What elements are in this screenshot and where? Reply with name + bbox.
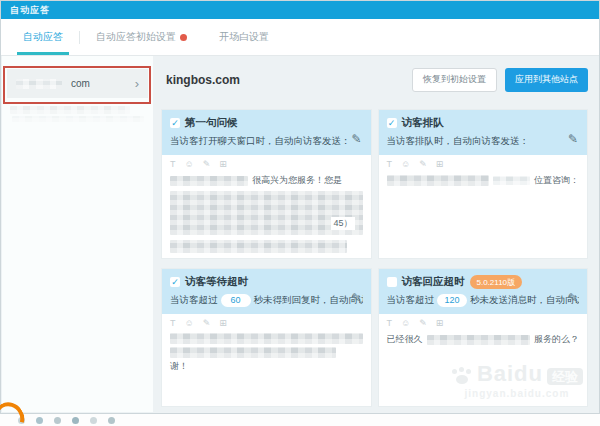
tab-label: 自动应答初始设置 bbox=[96, 30, 176, 44]
emoji-icon[interactable]: ☺ bbox=[401, 318, 410, 328]
site-header-row: kingbos.com 恢复到初始设置 应用到其他站点 bbox=[153, 56, 598, 103]
timeout-seconds-input[interactable]: 120 bbox=[437, 294, 467, 307]
card-visitor-queue: ✓ 访客排队 当访客排队时，自动向访客发送： ✎ T ☺ ✎ ⊞ bbox=[378, 109, 589, 259]
censored-sidebar-line bbox=[10, 106, 130, 114]
taskbar-dot-icon bbox=[108, 417, 115, 424]
rule-checkbox[interactable]: ✓ bbox=[387, 118, 397, 128]
card-first-greeting: ✓ 第一句问候 当访客打开聊天窗口时，自动向访客发送： ✎ T ☺ ✎ ⊞ bbox=[161, 109, 372, 259]
censored-text bbox=[170, 176, 248, 186]
text-fragment: 服务的么？ bbox=[534, 333, 579, 346]
card-header: ✓ 访客等待超时 当访客超过 60 秒未得到回复时，自动向访客发送： ✎ bbox=[162, 269, 371, 314]
card-title: 访客等待超时 bbox=[185, 275, 248, 289]
reply-text-area[interactable]: T ☺ ✎ ⊞ 谢！ bbox=[162, 314, 371, 406]
tab-auto-reply[interactable]: 自动应答 bbox=[7, 19, 79, 55]
emoji-icon[interactable]: ☺ bbox=[185, 318, 194, 328]
insert-icon[interactable]: ⊞ bbox=[219, 318, 227, 328]
censored-text bbox=[170, 240, 347, 253]
font-icon[interactable]: T bbox=[170, 159, 176, 169]
text-fragment: 位置咨询： bbox=[534, 174, 579, 187]
taskbar-dot-icon bbox=[54, 417, 61, 424]
font-icon[interactable]: T bbox=[387, 159, 393, 169]
edit-pencil-icon[interactable]: ✎ bbox=[568, 291, 578, 305]
red-annotation-box bbox=[3, 66, 151, 104]
emoji-icon[interactable]: ☺ bbox=[185, 159, 194, 169]
rule-checkbox[interactable]: ✓ bbox=[170, 118, 180, 128]
text-fragment: 谢！ bbox=[170, 360, 188, 373]
apply-to-other-sites-button[interactable]: 应用到其他站点 bbox=[505, 68, 588, 92]
card-subtitle: 当访客排队时，自动向访客发送： bbox=[387, 135, 580, 148]
rule-checkbox[interactable] bbox=[387, 277, 397, 287]
censored-text bbox=[427, 335, 531, 345]
version-badge: 5.0.2110版 bbox=[470, 275, 523, 289]
card-title: 访客回应超时 bbox=[402, 275, 465, 289]
censored-text bbox=[493, 176, 530, 185]
card-title: 第一句问候 bbox=[185, 116, 238, 130]
censored-sidebar-line bbox=[12, 116, 144, 122]
edit-icon[interactable]: ✎ bbox=[419, 318, 427, 328]
text-fragment: 45） bbox=[331, 217, 354, 230]
edit-pencil-icon[interactable]: ✎ bbox=[351, 291, 361, 305]
reply-text-area[interactable]: T ☺ ✎ ⊞ 位置咨询： bbox=[379, 155, 588, 258]
edit-icon[interactable]: ✎ bbox=[203, 159, 211, 169]
card-wait-timeout: ✓ 访客等待超时 当访客超过 60 秒未得到回复时，自动向访客发送： ✎ T ☺… bbox=[161, 268, 372, 407]
edit-icon[interactable]: ✎ bbox=[419, 159, 427, 169]
tab-opening-remarks[interactable]: 开场白设置 bbox=[203, 19, 285, 55]
cutoff-taskbar-icons bbox=[18, 417, 115, 424]
taskbar-dot-icon bbox=[72, 417, 79, 424]
watermark-url: jingyan.baidu.com bbox=[451, 388, 583, 399]
censored-text bbox=[170, 333, 363, 344]
window-titlebar: 自动应答 bbox=[1, 1, 599, 19]
tab-label: 开场白设置 bbox=[219, 30, 269, 44]
font-icon[interactable]: T bbox=[387, 318, 393, 328]
tab-label: 自动应答 bbox=[23, 30, 63, 44]
window-title: 自动应答 bbox=[10, 5, 50, 15]
editor-toolbar: T ☺ ✎ ⊞ bbox=[170, 318, 363, 328]
reply-text-area[interactable]: T ☺ ✎ ⊞ 很高兴为您服务！您是 45） bbox=[162, 155, 371, 258]
card-header: ✓ 第一句问候 当访客打开聊天窗口时，自动向访客发送： ✎ bbox=[162, 110, 371, 155]
card-subtitle: 当访客超过 120 秒未发送消息时，自动向访客发送： bbox=[387, 294, 580, 307]
button-label: 恢复到初始设置 bbox=[423, 73, 486, 86]
edit-pencil-icon[interactable]: ✎ bbox=[568, 132, 578, 146]
censored-text bbox=[387, 175, 489, 186]
card-header: ✓ 访客排队 当访客排队时，自动向访客发送： ✎ bbox=[379, 110, 588, 155]
insert-icon[interactable]: ⊞ bbox=[436, 318, 444, 328]
notification-dot-icon bbox=[180, 34, 187, 41]
card-title: 访客排队 bbox=[402, 116, 444, 130]
rule-checkbox[interactable]: ✓ bbox=[170, 277, 180, 287]
button-label: 应用到其他站点 bbox=[515, 73, 578, 86]
tab-initial-settings[interactable]: 自动应答初始设置 bbox=[80, 19, 203, 55]
emoji-icon[interactable]: ☺ bbox=[401, 159, 410, 169]
insert-icon[interactable]: ⊞ bbox=[219, 159, 227, 169]
edit-pencil-icon[interactable]: ✎ bbox=[351, 132, 361, 146]
censored-text bbox=[170, 347, 336, 358]
card-subtitle: 当访客超过 60 秒未得到回复时，自动向访客发送： bbox=[170, 294, 363, 307]
editor-toolbar: T ☺ ✎ ⊞ bbox=[170, 159, 363, 169]
tab-bar: 自动应答 自动应答初始设置 开场白设置 bbox=[1, 19, 599, 56]
app-window: 自动应答 自动应答 自动应答初始设置 开场白设置 com › kingbos.c… bbox=[0, 0, 600, 414]
text-fragment: 很高兴为您服务！您是 bbox=[252, 174, 342, 187]
baidu-jingyan-watermark: Baidu 经验 jingyan.baidu.com bbox=[451, 363, 583, 399]
card-header: 访客回应超时 5.0.2110版 当访客超过 120 秒未发送消息时，自动向访客… bbox=[379, 269, 588, 314]
restore-defaults-button[interactable]: 恢复到初始设置 bbox=[412, 68, 497, 92]
watermark-brand: Baidu bbox=[477, 363, 543, 385]
font-icon[interactable]: T bbox=[170, 318, 176, 328]
editor-toolbar: T ☺ ✎ ⊞ bbox=[387, 159, 580, 169]
taskbar-dot-icon bbox=[90, 417, 97, 424]
baidu-paw-icon bbox=[451, 367, 473, 385]
card-subtitle: 当访客打开聊天窗口时，自动向访客发送： bbox=[170, 135, 363, 148]
taskbar-dot-icon bbox=[36, 417, 43, 424]
text-fragment: 已经很久 bbox=[387, 333, 423, 346]
edit-icon[interactable]: ✎ bbox=[203, 318, 211, 328]
insert-icon[interactable]: ⊞ bbox=[436, 159, 444, 169]
site-sidebar: com › bbox=[2, 56, 154, 412]
watermark-suffix: 经验 bbox=[547, 368, 583, 385]
site-title: kingbos.com bbox=[166, 73, 240, 87]
main-panel: kingbos.com 恢复到初始设置 应用到其他站点 ✓ 第一句问候 当访客打… bbox=[153, 56, 598, 412]
editor-toolbar: T ☺ ✎ ⊞ bbox=[387, 318, 580, 328]
timeout-seconds-input[interactable]: 60 bbox=[221, 294, 251, 307]
